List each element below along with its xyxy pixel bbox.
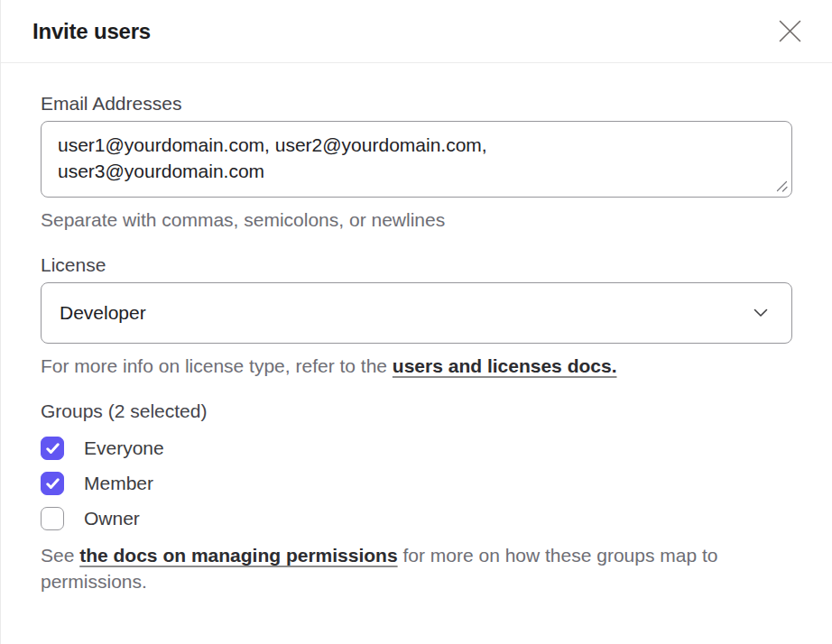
checkmark-icon [46, 443, 60, 455]
groups-section: Groups (2 selected) Everyone Member [41, 400, 792, 594]
email-input-wrap: user1@yourdomain.com, user2@yourdomain.c… [41, 121, 792, 198]
license-section: License Developer For more info on licen… [41, 254, 792, 377]
checkbox-everyone[interactable] [41, 437, 64, 460]
resize-handle-icon[interactable] [775, 179, 789, 193]
close-button[interactable] [775, 16, 805, 46]
chevron-down-icon [753, 308, 768, 317]
close-icon [779, 20, 801, 42]
license-select[interactable]: Developer [41, 282, 792, 344]
group-option-member[interactable]: Member [41, 472, 153, 495]
group-option-everyone[interactable]: Everyone [41, 437, 164, 460]
license-helper-prefix: For more info on license type, refer to … [41, 355, 393, 376]
modal-body: Email Addresses user1@yourdomain.com, us… [1, 63, 832, 594]
license-label: License [41, 254, 792, 275]
groups-label: Groups (2 selected) [41, 400, 792, 421]
invite-users-modal: Invite users Email Addresses user1@yourd… [0, 0, 832, 644]
modal-header: Invite users [1, 0, 832, 63]
users-and-licenses-docs-link[interactable]: users and licenses docs. [393, 355, 617, 376]
email-label: Email Addresses [41, 93, 792, 114]
groups-helper-prefix: See [41, 545, 79, 566]
license-helper-text: For more info on license type, refer to … [41, 355, 792, 377]
groups-helper-text: See the docs on managing permissions for… [41, 542, 792, 594]
checkbox-owner[interactable] [41, 507, 64, 530]
group-option-label: Member [84, 473, 153, 494]
email-section: Email Addresses user1@yourdomain.com, us… [41, 93, 792, 231]
group-option-label: Owner [84, 508, 140, 529]
checkbox-member[interactable] [41, 472, 64, 495]
checkmark-icon [46, 478, 60, 490]
license-selected-value: Developer [60, 302, 146, 324]
modal-title: Invite users [32, 19, 151, 44]
email-input[interactable]: user1@yourdomain.com, user2@yourdomain.c… [41, 121, 792, 198]
group-option-label: Everyone [84, 437, 164, 459]
group-option-owner[interactable]: Owner [41, 507, 140, 530]
managing-permissions-docs-link[interactable]: the docs on managing permissions [79, 545, 397, 566]
email-helper-text: Separate with commas, semicolons, or new… [41, 209, 792, 231]
